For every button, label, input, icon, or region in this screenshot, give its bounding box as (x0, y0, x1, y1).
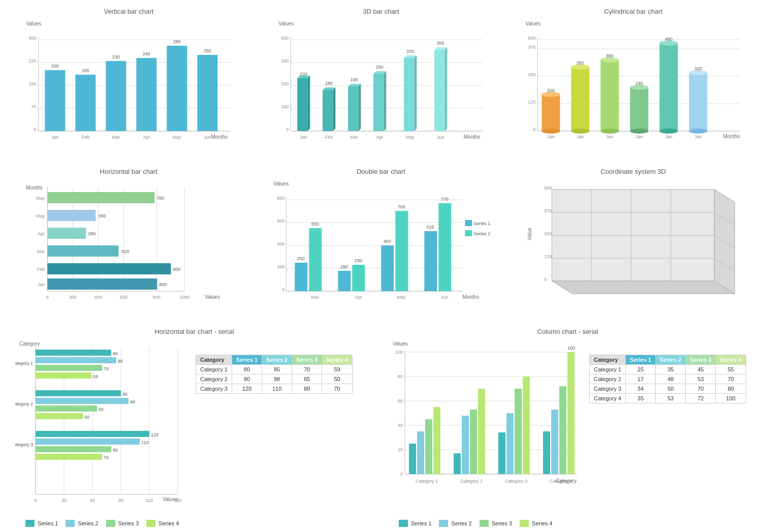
svg-rect-128 (47, 192, 154, 203)
svg-text:500: 500 (528, 36, 536, 41)
svg-text:Values: Values (205, 294, 220, 300)
svg-text:300: 300 (28, 36, 36, 41)
svg-text:225: 225 (28, 58, 36, 64)
svg-text:60: 60 (398, 398, 403, 403)
svg-text:85: 85 (118, 359, 123, 364)
svg-rect-44 (323, 90, 333, 131)
svg-text:0: 0 (34, 498, 37, 503)
svg-rect-97 (630, 87, 649, 131)
svg-rect-234 (36, 413, 83, 419)
svg-text:Category 2: Category 2 (460, 479, 483, 484)
svg-text:May: May (397, 295, 406, 300)
svg-text:355: 355 (436, 41, 444, 46)
svg-text:800: 800 (277, 196, 284, 201)
svg-text:400: 400 (383, 239, 391, 244)
vertical-bar-svg: Values 0 75 150 225 300 (10, 19, 247, 151)
3d-bar-svg: Values 0 100 200 300 400 230 (263, 19, 500, 151)
svg-text:80: 80 (398, 374, 403, 379)
column-serial-title: Column chart - serial (389, 328, 747, 335)
column-serial-chart: Column chart - serial Values 0 20 40 60 … (381, 323, 754, 532)
svg-point-84 (542, 129, 560, 134)
svg-rect-269 (478, 389, 485, 474)
coordinate-3d-chart: Coordinate system 3D (507, 163, 759, 323)
col-legend-label-s3: Series 3 (492, 520, 512, 526)
svg-rect-230 (36, 398, 129, 404)
svg-rect-134 (47, 228, 86, 239)
svg-text:59: 59 (93, 374, 98, 379)
svg-text:Mar: Mar (350, 135, 358, 140)
svg-text:520: 520 (121, 249, 129, 254)
svg-text:Apr: Apr (376, 135, 383, 140)
svg-text:Jun: Jun (441, 295, 449, 300)
svg-text:May: May (36, 196, 45, 201)
legend-series2: Series 2 (66, 520, 98, 527)
svg-text:20: 20 (398, 447, 403, 452)
svg-rect-232 (36, 405, 97, 412)
svg-text:0: 0 (533, 127, 536, 132)
svg-text:Jan: Jan (636, 134, 643, 139)
svg-text:120: 120 (151, 432, 158, 437)
svg-text:98: 98 (130, 399, 135, 404)
col-legend-label-s1: Series 1 (411, 520, 431, 526)
svg-rect-243 (36, 454, 102, 460)
horizontal-bar-title: Horizontal bar chart (10, 168, 247, 175)
svg-text:230: 230 (112, 54, 120, 59)
svg-rect-279 (567, 352, 575, 474)
svg-text:900: 900 (173, 267, 180, 272)
coordinate-3d-title: Coordinate system 3D (515, 168, 752, 175)
svg-point-94 (601, 129, 619, 134)
svg-text:0: 0 (545, 277, 547, 282)
legend-series4: Series 4 (146, 520, 179, 527)
svg-text:400: 400 (281, 36, 289, 41)
svg-text:180: 180 (340, 264, 347, 269)
svg-text:250: 250 (297, 256, 304, 261)
svg-text:Months: Months (462, 294, 479, 300)
svg-text:150: 150 (28, 81, 36, 86)
svg-text:100: 100 (567, 346, 575, 351)
bar-apr (136, 58, 156, 131)
col-legend-series3: Series 3 (480, 520, 512, 527)
svg-text:125: 125 (528, 100, 536, 105)
svg-rect-175 (424, 231, 437, 291)
svg-text:Values: Values (278, 21, 294, 26)
svg-text:65: 65 (99, 407, 104, 412)
v-y-label: Values (26, 21, 41, 26)
svg-text:90: 90 (122, 392, 128, 397)
svg-text:Months: Months (723, 134, 740, 139)
svg-text:200: 200 (281, 81, 289, 86)
double-bar-title: Double bar chart (263, 168, 500, 175)
horizontal-serial-chart: Horizontal bar chart - serial Category 0… (8, 323, 381, 532)
svg-rect-162 (309, 228, 322, 291)
svg-text:180: 180 (325, 81, 332, 86)
col-legend-series2: Series 2 (439, 520, 471, 527)
svg-text:Jan: Jan (606, 134, 614, 139)
svg-rect-276 (543, 431, 550, 474)
svg-text:Values: Values (163, 496, 178, 502)
svg-text:110: 110 (141, 440, 149, 445)
svg-text:Mar: Mar (112, 135, 120, 140)
svg-text:Category 2: Category 2 (15, 401, 33, 406)
svg-text:0: 0 (34, 127, 36, 132)
svg-point-109 (689, 129, 708, 134)
svg-rect-165 (338, 271, 351, 291)
svg-text:1000: 1000 (179, 295, 189, 300)
bar-feb (75, 75, 96, 131)
svg-text:100: 100 (281, 104, 289, 109)
svg-text:Value: Value (527, 228, 533, 240)
bar-jun (197, 55, 217, 131)
svg-text:240: 240 (143, 51, 150, 56)
svg-text:90: 90 (118, 498, 123, 503)
3d-bar-title: 3D bar chart (263, 8, 500, 15)
svg-text:Category 1: Category 1 (416, 479, 438, 484)
svg-rect-219 (36, 350, 111, 356)
svg-text:230: 230 (299, 72, 307, 77)
svg-rect-273 (515, 389, 522, 474)
svg-text:Category 3: Category 3 (505, 479, 527, 484)
double-bar-chart: Double bar chart Values 0 200 400 600 80… (255, 163, 507, 323)
svg-rect-102 (660, 43, 678, 131)
svg-text:Jan: Jan (577, 134, 584, 139)
svg-text:185: 185 (82, 68, 89, 73)
svg-rect-263 (425, 419, 432, 474)
svg-point-99 (630, 129, 649, 134)
svg-rect-264 (433, 407, 440, 474)
